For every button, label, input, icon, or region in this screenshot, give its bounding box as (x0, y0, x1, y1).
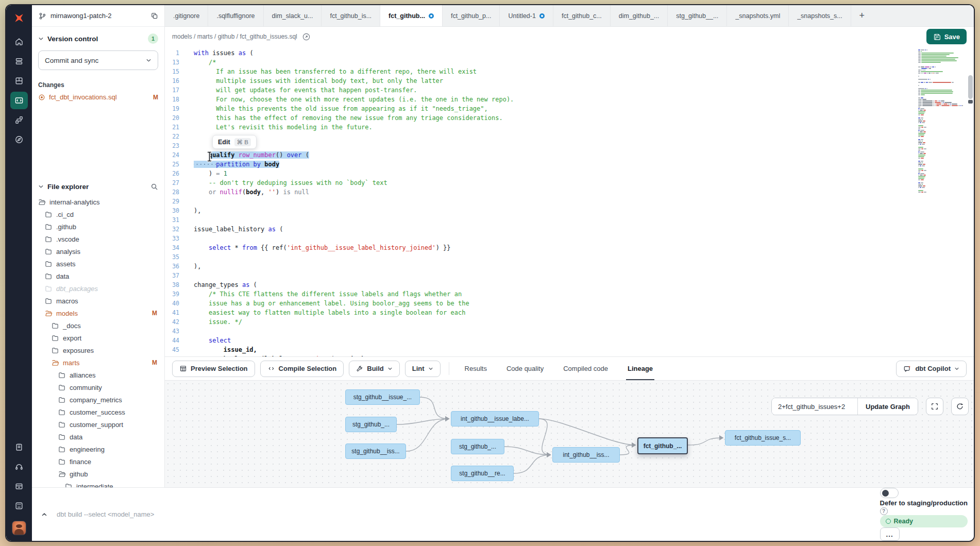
copy-icon[interactable] (150, 12, 158, 20)
editor-scrollbar[interactable] (968, 46, 973, 356)
code-line[interactable]: 41 easiest way to flatten multiple label… (165, 308, 974, 317)
branch-row[interactable]: mirnawong1-patch-2 (32, 5, 164, 27)
tree-item-customer-support[interactable]: customer_support (32, 418, 164, 431)
lint-button[interactable]: Lint (405, 361, 441, 377)
code-line[interactable]: 28 or nullif(body, '') is null (165, 187, 974, 197)
lineage-node-stg-github-issue[interactable]: stg_github__issue_... (345, 389, 420, 405)
tree-item-marts[interactable]: martsM (32, 356, 164, 369)
code-line[interactable]: 36), (165, 262, 974, 271)
drawer-icon[interactable] (10, 477, 28, 495)
tab-untitled-1[interactable]: Untitled-1 (500, 5, 553, 26)
open-in-explorer-icon[interactable] (302, 32, 311, 41)
tree-item-github[interactable]: .github (32, 220, 164, 233)
dbt-copilot-button[interactable]: dbt Copilot (896, 361, 967, 377)
flow-icon[interactable] (10, 111, 28, 129)
lineage-node-stg-github-re[interactable]: stg_github__re... (451, 466, 514, 481)
code-line[interactable]: 18 For now, choose the one with more rec… (165, 95, 974, 104)
lineage-node-stg-github[interactable]: stg_github_... (451, 439, 504, 454)
stack-icon[interactable] (10, 53, 28, 70)
compile-selection-button[interactable]: Compile Selection (260, 361, 344, 377)
code-line[interactable]: 19 While this prevents the old issue fro… (165, 104, 974, 113)
tree-item-community[interactable]: community (32, 381, 164, 394)
code-line[interactable]: 1with issues as ( (165, 48, 974, 58)
code-line[interactable]: 23 (165, 141, 974, 150)
code-line[interactable]: 22 (165, 132, 974, 141)
search-icon[interactable] (150, 183, 158, 191)
code-line[interactable]: 34 select * from {{ ref('int_github__iss… (165, 243, 974, 252)
build-button[interactable]: Build (349, 361, 400, 377)
tree-item-customer-success[interactable]: customer_success (32, 406, 164, 418)
code-line[interactable]: 44 select (165, 336, 974, 345)
lineage-panel[interactable]: stg_github__issue_...stg_github_...stg_g… (165, 380, 974, 487)
tree-item-exposures[interactable]: exposures (32, 344, 164, 356)
code-line[interactable]: 35 (165, 252, 974, 262)
tab-dim-slack-u[interactable]: dim_slack_u... (264, 5, 322, 26)
code-line[interactable]: 38change_types as ( (165, 280, 974, 289)
tree-item-data[interactable]: data (32, 270, 164, 282)
new-tab-button[interactable]: + (851, 5, 873, 26)
tree-item-ci-cd[interactable]: .ci_cd (32, 208, 164, 220)
tree-item-intermediate[interactable]: intermediate (32, 480, 164, 487)
tree-item-analysis[interactable]: analysis (32, 245, 164, 258)
tree-item-dbt-packages[interactable]: dbt_packages (32, 282, 164, 295)
tree-item-data[interactable]: data (32, 431, 164, 443)
edit-tooltip[interactable]: Edit ⌘ B (212, 135, 257, 149)
tab-fct-github[interactable]: fct_github... (380, 5, 443, 26)
code-line[interactable]: 37 (165, 271, 974, 280)
code-line[interactable]: 27 -- don't try deduping issues with no … (165, 178, 974, 187)
update-graph-button[interactable]: Update Graph (858, 398, 918, 415)
code-line[interactable]: 31 (165, 215, 974, 225)
more-options-button[interactable]: ... (880, 527, 900, 541)
code-line[interactable]: 26 ) = 1 (165, 169, 974, 178)
code-line[interactable]: 30), (165, 206, 974, 215)
lineage-node-fct-github-issue-s[interactable]: fct_github_issue_s... (725, 430, 801, 446)
lineage-node-stg-github[interactable]: stg_github_... (345, 417, 397, 432)
tree-item-models[interactable]: modelsM (32, 307, 164, 319)
refresh-button[interactable] (951, 398, 969, 415)
code-line[interactable]: 32issue_label_history as ( (165, 225, 974, 234)
tab-snapshots-yml[interactable]: _snapshots.yml (727, 5, 789, 26)
lineage-selector-input[interactable] (772, 398, 857, 415)
compass-icon[interactable] (10, 131, 28, 148)
tab-fct-github-c[interactable]: fct_github_c... (553, 5, 611, 26)
command-input[interactable] (56, 510, 875, 519)
grid-icon[interactable] (10, 72, 28, 90)
tab-fct-github-is[interactable]: fct_github_is... (322, 5, 380, 26)
tree-item-internal-analytics[interactable]: internal-analytics (32, 196, 164, 208)
code-line[interactable]: 29 (165, 197, 974, 206)
help-icon[interactable]: ? (880, 507, 888, 515)
tree-item-company-metrics[interactable]: company_metrics (32, 394, 164, 406)
lineage-node-int-github-iss[interactable]: int_github__iss... (552, 447, 620, 463)
tab-gitignore[interactable]: .gitignore (165, 5, 208, 26)
chevron-up-icon[interactable] (38, 511, 50, 518)
tab-snapshots-s[interactable]: _snapshots_s... (789, 5, 851, 26)
code-line[interactable]: 40 issue has a bug or enhancement label.… (165, 299, 974, 308)
code-line[interactable]: 45 issue_id, (165, 345, 974, 354)
defer-toggle[interactable] (880, 488, 899, 498)
tree-item-alliances[interactable]: alliances (32, 369, 164, 381)
commit-and-sync-button[interactable]: Commit and sync (38, 50, 158, 70)
tree-item-github[interactable]: github (32, 468, 164, 480)
code-line[interactable]: 25 partition by body (165, 160, 974, 169)
tab-lineage[interactable]: Lineage (626, 357, 654, 380)
tab-compiled-code[interactable]: Compiled code (562, 357, 610, 380)
tab-sqlfluffignore[interactable]: .sqlfluffignore (208, 5, 263, 26)
code-line[interactable]: 39 /* This CTE flattens the different is… (165, 289, 974, 299)
code-line[interactable]: 24 qualify row_number() over ( (165, 150, 974, 160)
code-line[interactable]: 13 /* (165, 58, 974, 67)
file-explorer-header[interactable]: File explorer (32, 176, 164, 196)
keypad-icon[interactable] (10, 497, 28, 515)
code-line[interactable]: 15 If an issue has been transferred to a… (165, 67, 974, 76)
lineage-node-stg-github-iss[interactable]: stg_github__iss... (345, 443, 406, 459)
tree-item-vscode[interactable]: .vscode (32, 233, 164, 245)
changed-file-row[interactable]: fct_dbt_invocations.sql M (32, 91, 164, 103)
tree-item-finance[interactable]: finance (32, 455, 164, 468)
code-editor[interactable]: 1with issues as (13 /*15 If an issue has… (165, 46, 974, 356)
tree-item-docs[interactable]: _docs (32, 319, 164, 332)
tree-item-engineering[interactable]: engineering (32, 443, 164, 455)
lineage-node-fct-github[interactable]: fct_github_... (637, 437, 688, 454)
code-line[interactable]: 16 multiple issues with identical body t… (165, 76, 974, 86)
scrollbar-thumb[interactable] (968, 75, 973, 99)
version-control-header[interactable]: Version control 1 (32, 27, 164, 49)
tab-fct-github-p[interactable]: fct_github_p... (443, 5, 500, 26)
